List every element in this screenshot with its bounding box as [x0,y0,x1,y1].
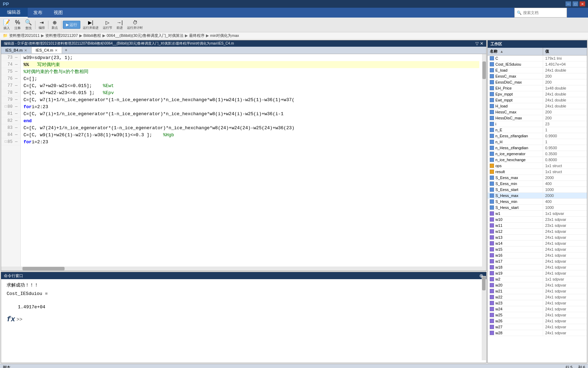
ws-var-name-w13: w13 [495,235,502,239]
ws-var-name-w28: w28 [495,331,502,335]
editor-vscroll-thumb[interactable] [482,61,486,79]
menu-tab-view[interactable]: 视图 [48,8,68,18]
workspace-row-n_ice_egenerator[interactable]: n_ice_egenerator0.3500 [488,151,587,157]
workspace-row-Cost_IESduiou[interactable]: Cost_IESduiou1.4917e+04 [488,61,587,67]
breadcrumb-item-5[interactable]: min对偶化为max [210,33,239,38]
workspace-row-Ewt_mppt[interactable]: Ewt_mppt24x1 double [488,97,587,103]
search-bar[interactable]: 🔍 [514,8,567,18]
workspace-row-w13[interactable]: w1324x1 sdpvar [488,235,587,241]
workspace-row-S_Eess_start[interactable]: S_Eess_start1000 [488,187,587,193]
workspace-row-EessC_max[interactable]: EessC_max200 [488,73,587,79]
workspace-row-HessDisC_max[interactable]: HessDisC_max200 [488,115,587,121]
workspace-row-w19[interactable]: w1924x1 sdpvar [488,270,587,276]
workspace-row-S_Eess_min[interactable]: S_Eess_min400 [488,181,587,187]
comment-button[interactable]: % 注释 [13,18,22,32]
menu-tab-editor[interactable]: 编辑器 [0,8,28,18]
workspace-row-EessDisC_max[interactable]: EessDisC_max200 [488,79,587,85]
cmd-line-3 [7,298,481,303]
ws-var-name-w18: w18 [495,265,502,269]
workspace-row-w11[interactable]: w1123x1 sdpvar [488,223,587,229]
workspace-row-n_ice_hexchange[interactable]: n_ice_hexchange0.8000 [488,157,587,163]
workspace-row-S_Hess_start[interactable]: S_Hess_start1000 [488,205,587,211]
tab-ies-c4[interactable]: IES_C4.m ✕ [32,47,62,53]
tab-ies-b4-close[interactable]: ✕ [24,48,27,52]
workspace-row-w28[interactable]: w2824x1 sdpvar [488,330,587,336]
workspace-row-H_load[interactable]: H_load24x1 double [488,103,587,109]
workspace-row-result[interactable]: result1x1 struct [488,169,587,175]
close-button[interactable]: ✕ [580,1,585,6]
workspace-row-n_Hess_zifangdian[interactable]: n_Hess_zifangdian0.9500 [488,145,587,151]
cmd-vscroll-thumb[interactable] [482,276,486,290]
advance-button[interactable]: →| 前进 [115,19,125,31]
breadcrumb-item-0[interactable]: 资料整理2021011 [9,33,40,38]
insert-button[interactable]: 📝 插入 [1,18,12,32]
menu-tab-publish[interactable]: 发布 [28,8,48,18]
workspace-row-n_Eess_zifangdian[interactable]: n_Eess_zifangdian0.9900 [488,133,587,139]
workspace-row-i[interactable]: i23 [488,121,587,127]
workspace-row-C[interactable]: C179x1 lmi [488,55,587,61]
workspace-row-w10[interactable]: w1023x1 sdpvar [488,217,587,223]
minimize-button[interactable]: ─ [566,1,571,6]
workspace-row-S_Hess_min[interactable]: S_Hess_min400 [488,199,587,205]
workspace-row-n_E[interactable]: n_E1 [488,127,587,133]
tab-ies-c4-close[interactable]: ✕ [55,48,58,52]
breadcrumb-item-3[interactable]: 0064__(Bilibili)(30元)鲁棒调度入门_对偶算法 [107,33,183,38]
workspace-row-w15[interactable]: w1524x1 sdpvar [488,247,587,252]
run-advance-button[interactable]: ▶| 运行并前进 [81,19,100,31]
workspace-row-w26[interactable]: w2624x1 sdpvar [488,318,587,324]
breadcrumb-item-4[interactable]: 最终程序 [189,33,205,38]
workspace-row-w22[interactable]: w2224x1 sdpvar [488,294,587,300]
run-section-button[interactable]: ▷ 运行节 [101,19,114,31]
workspace-variable-list[interactable]: C179x1 lmiCost_IESduiou1.4917e+04E_load2… [488,55,587,363]
workspace-row-Epv_mppt[interactable]: Epv_mppt24x1 double [488,91,587,97]
find-button[interactable]: 🔍 查找 [23,18,34,32]
workspace-row-w27[interactable]: w2724x1 sdpvar [488,324,587,330]
workspace-row-S_Eess_max[interactable]: S_Eess_max2000 [488,175,587,181]
editor-title: 编辑器 - D:\F盘\资料整理2021011\资料整理20211207\Bil… [4,41,234,46]
line-num-76: 76 — [1,75,20,82]
workspace-row-n_H[interactable]: n_H1 [488,139,587,145]
format-button[interactable]: ⇥ 编排 [37,19,47,31]
editor-hscrollbar[interactable] [1,267,486,271]
tab-ies-b4[interactable]: IES_B4.m ✕ [1,47,32,53]
cmd-vscrollbar[interactable] [482,276,486,360]
workspace-row-ops[interactable]: ops1x1 struct [488,163,587,169]
breadcrumb-item-2[interactable]: Bilibili教程 [83,33,101,38]
ws-var-name-w15: w15 [495,247,502,251]
ws-var-icon-S_Hess_max [490,193,494,198]
workspace-row-w14[interactable]: w1424x1 sdpvar [488,241,587,247]
editor-hscroll-thumb[interactable] [22,267,65,270]
collapse-icon-85[interactable]: □ [5,140,7,144]
workspace-row-w23[interactable]: w2324x1 sdpvar [488,300,587,306]
workspace-row-w18[interactable]: w1824x1 sdpvar [488,264,587,270]
collapse-icon-80[interactable]: □ [5,105,7,109]
ws-var-icon-w11 [490,223,494,228]
new-point-button[interactable]: ⊕ 新点 [50,19,60,31]
workspace-row-HessC_max[interactable]: HessC_max200 [488,109,587,115]
workspace-row-w21[interactable]: w2124x1 sdpvar [488,288,587,294]
workspace-row-E_load[interactable]: E_load24x1 double [488,67,587,73]
workspace-row-w2[interactable]: w21x1 sdpvar [488,276,587,282]
sort-name-icon[interactable]: ▲ [500,50,503,53]
breadcrumb-item-1[interactable]: 资料整理20211207 [45,33,78,38]
code-content[interactable]: w39=sdpvar(23, 1); %% 写对偶约束 %对偶约束的个数与x的个… [21,54,482,267]
ws-var-icon-w14 [490,241,494,245]
maximize-button[interactable]: □ [573,1,578,6]
workspace-row-S_Hess_max[interactable]: S_Hess_max2000 [488,193,587,199]
search-input[interactable] [523,11,558,15]
workspace-row-w20[interactable]: w2024x1 sdpvar [488,282,587,288]
workspace-row-w24[interactable]: w2424x1 sdpvar [488,306,587,312]
run-timer-button[interactable]: ⏱ 运行并计时 [125,19,145,31]
editor-close-button[interactable]: ✕ [480,41,483,46]
workspace-row-EH_Price[interactable]: EH_Price1x48 double [488,85,587,91]
workspace-row-w25[interactable]: w2524x1 sdpvar [488,312,587,318]
workspace-row-w17[interactable]: w1724x1 sdpvar [488,258,587,264]
run-button[interactable]: ▶ 运行 [63,21,80,29]
workspace-row-w1[interactable]: w11x1 sdpvar [488,211,587,217]
workspace-row-w12[interactable]: w1224x1 sdpvar [488,229,587,235]
tab-add-button[interactable]: + [62,47,70,54]
editor-collapse-button[interactable]: ▽ [475,41,479,46]
workspace-row-w16[interactable]: w1624x1 sdpvar [488,252,587,258]
editor-vscrollbar[interactable] [482,54,486,267]
cmd-content[interactable]: 求解成功！！！ Cost_IESduiou = 1.4917e+04 fx >> [1,279,486,363]
